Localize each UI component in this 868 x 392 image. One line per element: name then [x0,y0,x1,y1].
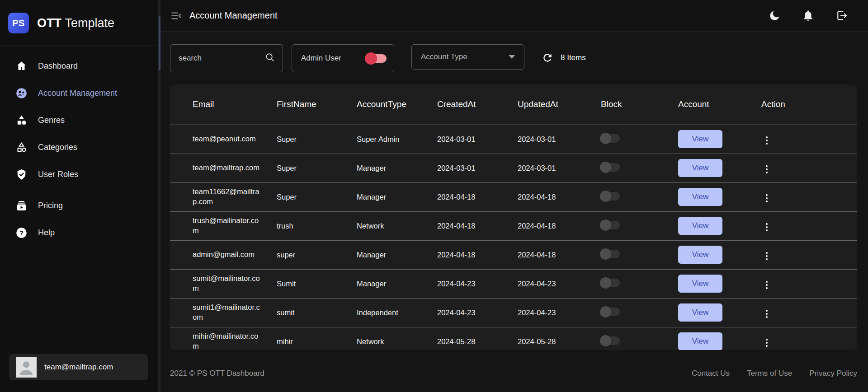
column-header-createdat: CreatedAt [437,84,518,125]
scrollbar-thumb[interactable] [159,16,160,70]
row-actions-menu-icon[interactable] [761,191,772,205]
block-toggle[interactable] [601,221,620,229]
toggle-knob [600,191,611,202]
email-cell: sumit@mailinator.com [193,274,260,294]
accounttype-cell: Manager [357,154,437,182]
app-window: PS OTT Template Dashboard [0,0,868,392]
footer-link-contact-us[interactable]: Contact Us [692,369,730,378]
toggle-knob [600,277,611,289]
column-header-action: Action [761,84,857,125]
column-header-email: Email [170,84,277,125]
brand: PS OTT Template [0,0,158,46]
account-management-icon [15,87,28,99]
sidebar-item-label: Account Management [38,89,117,98]
footer-links: Contact Us Terms of Use Privacy Policy [692,369,857,378]
block-toggle[interactable] [601,279,620,287]
table-row: mihir@mailinator.com mihir Network 2024-… [170,327,857,350]
view-button[interactable]: View [678,188,722,206]
admin-user-label: Admin User [301,54,341,63]
admin-user-toggle[interactable] [366,54,387,63]
brand-title-bold: OTT [37,16,61,30]
footer-link-privacy-policy[interactable]: Privacy Policy [809,369,857,378]
toggle-knob [365,52,377,65]
search-input[interactable] [179,54,264,63]
user-roles-icon [15,168,28,181]
firstname-cell: Super [277,125,357,154]
svg-text:?: ? [19,229,24,237]
row-actions-menu-icon[interactable] [761,220,772,234]
createdat-cell: 2024-03-01 [437,154,518,182]
footer-link-terms-of-use[interactable]: Terms of Use [747,369,792,378]
pricing-icon [15,200,28,212]
table-row: trush@mailinator.com trush Network 2024-… [170,211,857,240]
row-actions-menu-icon[interactable] [761,307,772,321]
view-button[interactable]: View [678,217,722,235]
block-toggle[interactable] [601,134,620,143]
main-area: Account Management [159,0,868,392]
updatedat-cell: 2024-04-18 [518,240,601,269]
email-cell: trush@mailinator.com [193,216,260,236]
updatedat-cell: 2024-05-28 [518,327,601,350]
table-row: team11662@mailtrap.com Super Manager 202… [170,182,857,211]
updatedat-cell: 2024-04-18 [518,211,601,240]
logout-icon[interactable] [835,9,848,23]
sidebar-item-user-roles[interactable]: User Roles [0,161,158,188]
row-actions-menu-icon[interactable] [761,134,772,147]
genres-icon [15,114,28,126]
createdat-cell: 2024-04-18 [437,211,518,240]
account-type-select[interactable]: Account Type [411,44,524,70]
sidebar-item-account-management[interactable]: Account Management [0,79,158,107]
sidebar-item-label: Help [38,228,55,238]
user-profile-card[interactable]: team@mailtrap.com [9,354,148,380]
chevron-down-icon [509,55,515,59]
row-actions-menu-icon[interactable] [761,336,772,350]
sidebar-item-label: Dashboard [38,61,78,71]
header-actions [768,9,848,23]
search-icon[interactable] [264,52,275,65]
view-button[interactable]: View [678,332,722,350]
accounttype-cell: Independent [357,298,437,327]
block-toggle[interactable] [601,163,620,172]
copyright-text: 2021 © PS OTT Dashboard [170,369,264,378]
view-button[interactable]: View [678,130,722,148]
row-actions-menu-icon[interactable] [761,163,772,176]
block-toggle[interactable] [601,250,620,258]
view-button[interactable]: View [678,303,722,322]
block-toggle[interactable] [601,336,620,345]
filter-bar: Admin User Account Type 8 Items [170,44,857,72]
table-body: team@peanut.com Super Super Admin 2024-0… [170,125,857,350]
dark-mode-icon[interactable] [768,9,781,23]
updatedat-cell: 2024-04-23 [518,269,601,298]
table-row: team@peanut.com Super Super Admin 2024-0… [170,125,857,154]
sidebar-item-genres[interactable]: Genres [0,107,158,134]
block-toggle[interactable] [601,308,620,316]
accounts-table: Email FirstName AccountType CreatedAt Up… [170,84,857,350]
view-button[interactable]: View [678,246,722,264]
firstname-cell: Sumit [277,269,357,298]
accounttype-cell: Super Admin [357,125,437,154]
view-button[interactable]: View [678,275,722,293]
search-box [170,44,283,72]
row-actions-menu-icon[interactable] [761,249,772,263]
column-header-firstname: FirstName [277,84,357,125]
sidebar-item-help[interactable]: ? Help [0,219,158,246]
vertical-scrollbar[interactable] [159,0,160,392]
accounts-table-card: Email FirstName AccountType CreatedAt Up… [170,84,857,350]
toggle-knob [600,133,611,144]
toggle-knob [600,248,611,260]
accounttype-cell: Manager [357,269,437,298]
updatedat-cell: 2024-03-01 [518,154,601,182]
toggle-knob [600,306,611,317]
block-toggle[interactable] [601,192,620,201]
view-button[interactable]: View [678,159,722,177]
refresh-icon[interactable] [541,51,554,65]
sidebar-item-dashboard[interactable]: Dashboard [0,52,158,79]
updatedat-cell: 2024-04-18 [518,182,601,211]
row-actions-menu-icon[interactable] [761,278,772,292]
sidebar-item-categories[interactable]: Categories [0,134,158,161]
createdat-cell: 2024-04-18 [437,240,518,269]
email-cell: admin@gmail.com [193,250,260,260]
sidebar-item-pricing[interactable]: Pricing [0,192,158,219]
sidebar-collapse-icon[interactable] [170,9,182,22]
notifications-icon[interactable] [801,9,815,23]
